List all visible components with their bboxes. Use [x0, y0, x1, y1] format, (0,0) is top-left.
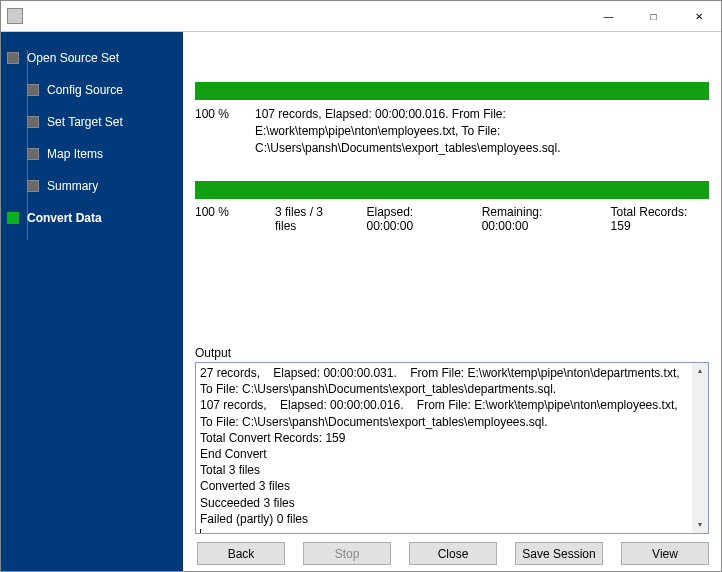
overall-progress-percent: 100 %: [195, 205, 255, 219]
output-text: 27 records, Elapsed: 00:00:00.031. From …: [200, 366, 693, 526]
scroll-up-icon[interactable]: ▴: [692, 363, 708, 379]
scroll-down-icon[interactable]: ▾: [692, 517, 708, 533]
sidebar-item-label: Config Source: [47, 83, 123, 97]
view-button[interactable]: View: [621, 542, 709, 565]
sidebar-item-label: Set Target Set: [47, 115, 123, 129]
sidebar-item-config-source[interactable]: Config Source: [7, 74, 177, 106]
stop-button[interactable]: Stop: [303, 542, 391, 565]
sidebar-item-label: Summary: [47, 179, 98, 193]
sidebar-item-convert-data[interactable]: Convert Data: [7, 202, 177, 234]
file-progress-bar: [195, 82, 709, 100]
text-cursor: [200, 529, 201, 534]
file-progress-detail: 107 records, Elapsed: 00:00:00.016. From…: [255, 106, 709, 156]
node-icon: [7, 212, 19, 224]
sidebar-item-label: Open Source Set: [27, 51, 119, 65]
back-button[interactable]: Back: [197, 542, 285, 565]
file-progress-percent: 100 %: [195, 106, 255, 123]
button-bar: Back Stop Close Save Session View: [195, 542, 709, 565]
save-session-button[interactable]: Save Session: [515, 542, 603, 565]
node-icon: [7, 52, 19, 64]
sidebar-item-map-items[interactable]: Map Items: [7, 138, 177, 170]
window-controls: — □ ✕: [586, 1, 721, 31]
output-textarea[interactable]: 27 records, Elapsed: 00:00:00.031. From …: [195, 362, 709, 534]
overall-total-records: Total Records: 159: [611, 205, 709, 233]
node-icon: [27, 116, 39, 128]
sidebar-item-set-target-set[interactable]: Set Target Set: [7, 106, 177, 138]
close-window-button[interactable]: ✕: [676, 1, 721, 31]
output-label: Output: [195, 346, 709, 360]
minimize-button[interactable]: —: [586, 1, 631, 31]
sidebar-item-summary[interactable]: Summary: [7, 170, 177, 202]
overall-files: 3 files / 3 files: [275, 205, 347, 233]
output-scrollbar[interactable]: [692, 363, 708, 533]
sidebar-item-label: Convert Data: [27, 211, 102, 225]
sidebar-item-label: Map Items: [47, 147, 103, 161]
node-icon: [27, 84, 39, 96]
sidebar-item-open-source-set[interactable]: Open Source Set: [7, 42, 177, 74]
overall-elapsed: Elapsed: 00:00:00: [367, 205, 462, 233]
app-icon: [7, 8, 23, 24]
close-button[interactable]: Close: [409, 542, 497, 565]
node-icon: [27, 148, 39, 160]
content-panel: 100 % 107 records, Elapsed: 00:00:00.016…: [183, 32, 721, 571]
sidebar: Open Source Set Config Source Set Target…: [1, 32, 183, 571]
maximize-button[interactable]: □: [631, 1, 676, 31]
overall-progress-bar: [195, 181, 709, 199]
node-icon: [27, 180, 39, 192]
titlebar: — □ ✕: [1, 1, 721, 31]
overall-remaining: Remaining: 00:00:00: [482, 205, 591, 233]
